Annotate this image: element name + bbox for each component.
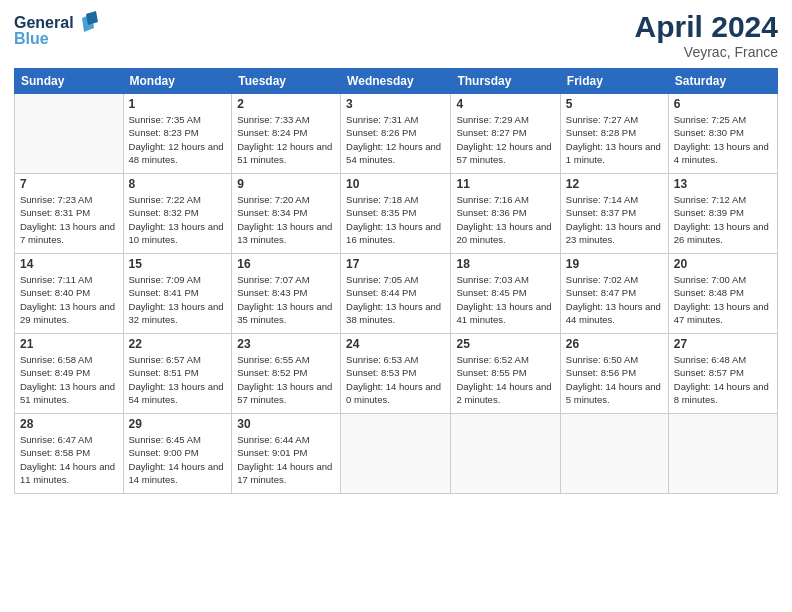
table-row: 1Sunrise: 7:35 AMSunset: 8:23 PMDaylight… — [123, 94, 232, 174]
day-number: 23 — [237, 337, 335, 351]
table-row: 25Sunrise: 6:52 AMSunset: 8:55 PMDayligh… — [451, 334, 560, 414]
table-row: 26Sunrise: 6:50 AMSunset: 8:56 PMDayligh… — [560, 334, 668, 414]
day-info: Sunrise: 7:23 AMSunset: 8:31 PMDaylight:… — [20, 193, 118, 246]
day-number: 20 — [674, 257, 772, 271]
calendar-week-row: 21Sunrise: 6:58 AMSunset: 8:49 PMDayligh… — [15, 334, 778, 414]
day-number: 17 — [346, 257, 445, 271]
table-row: 14Sunrise: 7:11 AMSunset: 8:40 PMDayligh… — [15, 254, 124, 334]
day-number: 6 — [674, 97, 772, 111]
table-row — [451, 414, 560, 494]
page: General Blue April 2024 Veyrac, France S… — [0, 0, 792, 612]
day-number: 26 — [566, 337, 663, 351]
day-info: Sunrise: 7:20 AMSunset: 8:34 PMDaylight:… — [237, 193, 335, 246]
calendar-week-row: 28Sunrise: 6:47 AMSunset: 8:58 PMDayligh… — [15, 414, 778, 494]
table-row: 23Sunrise: 6:55 AMSunset: 8:52 PMDayligh… — [232, 334, 341, 414]
day-number: 8 — [129, 177, 227, 191]
day-info: Sunrise: 7:12 AMSunset: 8:39 PMDaylight:… — [674, 193, 772, 246]
day-number: 22 — [129, 337, 227, 351]
svg-text:General: General — [14, 14, 74, 31]
day-info: Sunrise: 7:33 AMSunset: 8:24 PMDaylight:… — [237, 113, 335, 166]
day-info: Sunrise: 6:53 AMSunset: 8:53 PMDaylight:… — [346, 353, 445, 406]
calendar-table: Sunday Monday Tuesday Wednesday Thursday… — [14, 68, 778, 494]
table-row: 17Sunrise: 7:05 AMSunset: 8:44 PMDayligh… — [341, 254, 451, 334]
day-number: 21 — [20, 337, 118, 351]
table-row: 22Sunrise: 6:57 AMSunset: 8:51 PMDayligh… — [123, 334, 232, 414]
table-row: 9Sunrise: 7:20 AMSunset: 8:34 PMDaylight… — [232, 174, 341, 254]
day-number: 7 — [20, 177, 118, 191]
col-tuesday: Tuesday — [232, 69, 341, 94]
calendar-week-row: 14Sunrise: 7:11 AMSunset: 8:40 PMDayligh… — [15, 254, 778, 334]
day-number: 16 — [237, 257, 335, 271]
table-row: 10Sunrise: 7:18 AMSunset: 8:35 PMDayligh… — [341, 174, 451, 254]
col-sunday: Sunday — [15, 69, 124, 94]
day-number: 10 — [346, 177, 445, 191]
table-row: 20Sunrise: 7:00 AMSunset: 8:48 PMDayligh… — [668, 254, 777, 334]
table-row: 29Sunrise: 6:45 AMSunset: 9:00 PMDayligh… — [123, 414, 232, 494]
day-info: Sunrise: 7:11 AMSunset: 8:40 PMDaylight:… — [20, 273, 118, 326]
day-info: Sunrise: 7:14 AMSunset: 8:37 PMDaylight:… — [566, 193, 663, 246]
col-wednesday: Wednesday — [341, 69, 451, 94]
col-saturday: Saturday — [668, 69, 777, 94]
day-number: 28 — [20, 417, 118, 431]
location: Veyrac, France — [635, 44, 778, 60]
day-info: Sunrise: 6:48 AMSunset: 8:57 PMDaylight:… — [674, 353, 772, 406]
table-row — [341, 414, 451, 494]
table-row: 19Sunrise: 7:02 AMSunset: 8:47 PMDayligh… — [560, 254, 668, 334]
day-info: Sunrise: 7:18 AMSunset: 8:35 PMDaylight:… — [346, 193, 445, 246]
day-number: 14 — [20, 257, 118, 271]
table-row: 6Sunrise: 7:25 AMSunset: 8:30 PMDaylight… — [668, 94, 777, 174]
day-number: 3 — [346, 97, 445, 111]
day-info: Sunrise: 7:31 AMSunset: 8:26 PMDaylight:… — [346, 113, 445, 166]
table-row — [15, 94, 124, 174]
day-number: 12 — [566, 177, 663, 191]
day-info: Sunrise: 6:50 AMSunset: 8:56 PMDaylight:… — [566, 353, 663, 406]
table-row: 30Sunrise: 6:44 AMSunset: 9:01 PMDayligh… — [232, 414, 341, 494]
day-number: 25 — [456, 337, 554, 351]
day-info: Sunrise: 7:05 AMSunset: 8:44 PMDaylight:… — [346, 273, 445, 326]
day-number: 2 — [237, 97, 335, 111]
table-row — [560, 414, 668, 494]
calendar-week-row: 1Sunrise: 7:35 AMSunset: 8:23 PMDaylight… — [15, 94, 778, 174]
day-info: Sunrise: 7:27 AMSunset: 8:28 PMDaylight:… — [566, 113, 663, 166]
day-number: 9 — [237, 177, 335, 191]
table-row: 24Sunrise: 6:53 AMSunset: 8:53 PMDayligh… — [341, 334, 451, 414]
day-info: Sunrise: 7:29 AMSunset: 8:27 PMDaylight:… — [456, 113, 554, 166]
day-number: 1 — [129, 97, 227, 111]
table-row: 12Sunrise: 7:14 AMSunset: 8:37 PMDayligh… — [560, 174, 668, 254]
calendar-header-row: Sunday Monday Tuesday Wednesday Thursday… — [15, 69, 778, 94]
table-row: 27Sunrise: 6:48 AMSunset: 8:57 PMDayligh… — [668, 334, 777, 414]
day-info: Sunrise: 7:00 AMSunset: 8:48 PMDaylight:… — [674, 273, 772, 326]
table-row: 18Sunrise: 7:03 AMSunset: 8:45 PMDayligh… — [451, 254, 560, 334]
title-block: April 2024 Veyrac, France — [635, 10, 778, 60]
day-info: Sunrise: 6:57 AMSunset: 8:51 PMDaylight:… — [129, 353, 227, 406]
col-thursday: Thursday — [451, 69, 560, 94]
day-info: Sunrise: 7:25 AMSunset: 8:30 PMDaylight:… — [674, 113, 772, 166]
month-year: April 2024 — [635, 10, 778, 44]
table-row: 28Sunrise: 6:47 AMSunset: 8:58 PMDayligh… — [15, 414, 124, 494]
day-number: 29 — [129, 417, 227, 431]
day-info: Sunrise: 6:52 AMSunset: 8:55 PMDaylight:… — [456, 353, 554, 406]
day-number: 19 — [566, 257, 663, 271]
table-row: 2Sunrise: 7:33 AMSunset: 8:24 PMDaylight… — [232, 94, 341, 174]
day-info: Sunrise: 6:47 AMSunset: 8:58 PMDaylight:… — [20, 433, 118, 486]
table-row: 15Sunrise: 7:09 AMSunset: 8:41 PMDayligh… — [123, 254, 232, 334]
day-info: Sunrise: 7:16 AMSunset: 8:36 PMDaylight:… — [456, 193, 554, 246]
table-row: 4Sunrise: 7:29 AMSunset: 8:27 PMDaylight… — [451, 94, 560, 174]
day-info: Sunrise: 6:45 AMSunset: 9:00 PMDaylight:… — [129, 433, 227, 486]
day-number: 27 — [674, 337, 772, 351]
header: General Blue April 2024 Veyrac, France — [14, 10, 778, 60]
table-row: 5Sunrise: 7:27 AMSunset: 8:28 PMDaylight… — [560, 94, 668, 174]
table-row: 13Sunrise: 7:12 AMSunset: 8:39 PMDayligh… — [668, 174, 777, 254]
day-number: 11 — [456, 177, 554, 191]
table-row — [668, 414, 777, 494]
day-number: 15 — [129, 257, 227, 271]
table-row: 11Sunrise: 7:16 AMSunset: 8:36 PMDayligh… — [451, 174, 560, 254]
day-number: 13 — [674, 177, 772, 191]
day-info: Sunrise: 6:55 AMSunset: 8:52 PMDaylight:… — [237, 353, 335, 406]
table-row: 3Sunrise: 7:31 AMSunset: 8:26 PMDaylight… — [341, 94, 451, 174]
svg-marker-3 — [86, 11, 98, 25]
day-info: Sunrise: 7:07 AMSunset: 8:43 PMDaylight:… — [237, 273, 335, 326]
logo-icon: General Blue — [14, 10, 104, 52]
table-row: 8Sunrise: 7:22 AMSunset: 8:32 PMDaylight… — [123, 174, 232, 254]
day-info: Sunrise: 6:58 AMSunset: 8:49 PMDaylight:… — [20, 353, 118, 406]
